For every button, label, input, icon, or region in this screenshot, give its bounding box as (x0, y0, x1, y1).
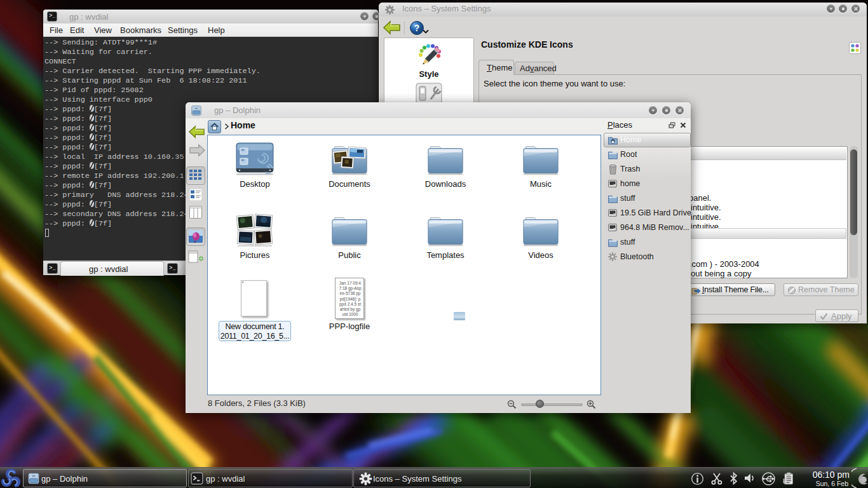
svg-text:?: ? (414, 23, 420, 33)
